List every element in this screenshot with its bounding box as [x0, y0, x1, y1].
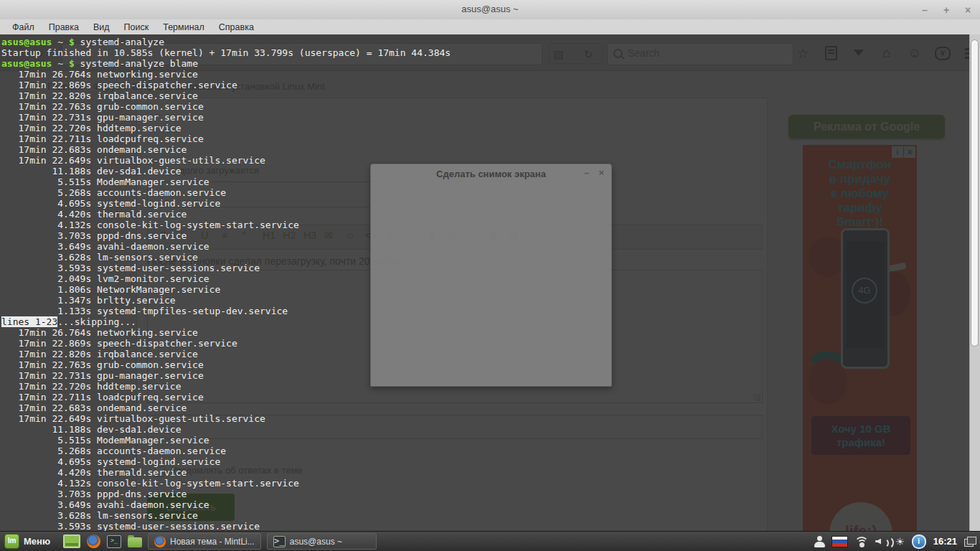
system-tray: ☀ i 16:21 [814, 534, 980, 549]
terminal-line: 3.703s pppd-dns.service [1, 489, 451, 499]
maximize-button[interactable]: + [940, 4, 953, 16]
terminal-line: 17min 26.764s networking.service [1, 69, 451, 80]
mint-logo-icon: lm [4, 534, 19, 549]
terminal-line: 4.695s systemd-logind.service [1, 456, 451, 467]
brightness-icon[interactable]: ☀ [895, 537, 905, 547]
dialog-title: Сделать снимок экрана [371, 169, 611, 179]
network-wifi-icon[interactable] [855, 537, 868, 546]
taskbar-task-terminal[interactable]: >_ asus@asus ~ [267, 533, 377, 550]
terminal-line: Startup finished in 10.585s (kernel) + 1… [1, 47, 451, 58]
minimize-button[interactable]: – [918, 4, 931, 16]
desktop: ‹ › ▤ ↻ Search ☆ ⌂ ☺ ∨ Главная » Форум »… [0, 0, 980, 551]
firefox-launcher-icon[interactable] [87, 534, 100, 548]
menu-terminal[interactable]: Терминал [156, 21, 211, 34]
mint-menu-button[interactable]: lm Меню [0, 532, 57, 551]
terminal-line: 3.649s avahi-daemon.service [1, 499, 451, 510]
terminal-icon: >_ [273, 536, 286, 547]
files-launcher-icon[interactable] [128, 537, 142, 547]
menu-view[interactable]: Вид [87, 21, 116, 34]
terminal-line: 3.628s lm-sensors.service [1, 510, 451, 521]
keyboard-layout-flag-icon[interactable] [831, 536, 848, 547]
workspace-switcher-icon[interactable] [964, 537, 976, 546]
terminal-line: 3.593s systemd-user-sessions.service [1, 521, 451, 532]
menu-search[interactable]: Поиск [118, 21, 156, 34]
terminal-line: 5.268s accounts-daemon.service [1, 446, 451, 456]
terminal-launcher-icon[interactable]: >_ [107, 535, 121, 548]
terminal-line: 17min 22.649s virtualbox-guest-utils.ser… [1, 413, 451, 424]
menu-file[interactable]: Файл [6, 21, 41, 34]
taskbar: lm Меню >_ Новая тема - MintLi... >_ asu… [0, 531, 980, 551]
close-button[interactable]: × [961, 4, 974, 16]
scrollbar-thumb[interactable] [971, 39, 979, 347]
terminal-scrollbar[interactable] [969, 34, 980, 532]
terminal-line: 17min 22.731s gpu-manager.service [1, 112, 451, 123]
terminal-titlebar[interactable]: asus@asus ~ – + × [0, 0, 980, 20]
window-title: asus@asus ~ [0, 4, 980, 14]
terminal-line: asus@asus ~ $ systemd-analyze blame [1, 58, 451, 69]
terminal-line: 17min 22.720s hddtemp.service [1, 123, 451, 133]
menu-edit[interactable]: Правка [42, 21, 85, 34]
dialog-close-button[interactable]: × [598, 167, 604, 178]
terminal-line: 5.515s ModemManager.service [1, 435, 451, 446]
show-desktop-icon[interactable] [63, 534, 80, 548]
terminal-line: asus@asus ~ $ systemd-analyze [1, 37, 451, 47]
terminal-menubar: Файл Правка Вид Поиск Терминал Справка [0, 19, 980, 34]
terminal-line: 17min 22.683s ondemand.service [1, 402, 451, 413]
update-manager-shield-icon[interactable]: i [912, 534, 926, 549]
terminal-line: 17min 22.763s grub-common.service [1, 101, 451, 112]
firefox-icon [154, 536, 166, 547]
volume-icon[interactable] [875, 537, 888, 547]
dialog-minimize-button[interactable]: – [584, 167, 589, 178]
terminal-line: 17min 22.711s loadcpufreq.service [1, 392, 451, 402]
terminal-line: 11.188s dev-sda1.device [1, 424, 451, 435]
clock[interactable]: 16:21 [933, 536, 957, 547]
screenshot-dialog[interactable]: Сделать снимок экрана – × [370, 164, 612, 387]
user-applet-icon[interactable] [814, 536, 824, 547]
terminal-line: 17min 22.711s loadcpufreq.service [1, 133, 451, 144]
terminal-line: 17min 22.683s ondemand.service [1, 144, 451, 155]
terminal-line: 17min 22.869s speech-dispatcher.service [1, 80, 451, 90]
taskbar-task-firefox[interactable]: Новая тема - MintLi... [148, 533, 261, 550]
terminal-line: 4.132s console-kit-log-system-start.serv… [1, 478, 451, 489]
terminal-line: 17min 22.820s irqbalance.service [1, 90, 451, 101]
menu-help[interactable]: Справка [212, 21, 260, 34]
menu-button-label: Меню [24, 536, 50, 547]
terminal-line: 4.420s thermald.service [1, 467, 451, 478]
